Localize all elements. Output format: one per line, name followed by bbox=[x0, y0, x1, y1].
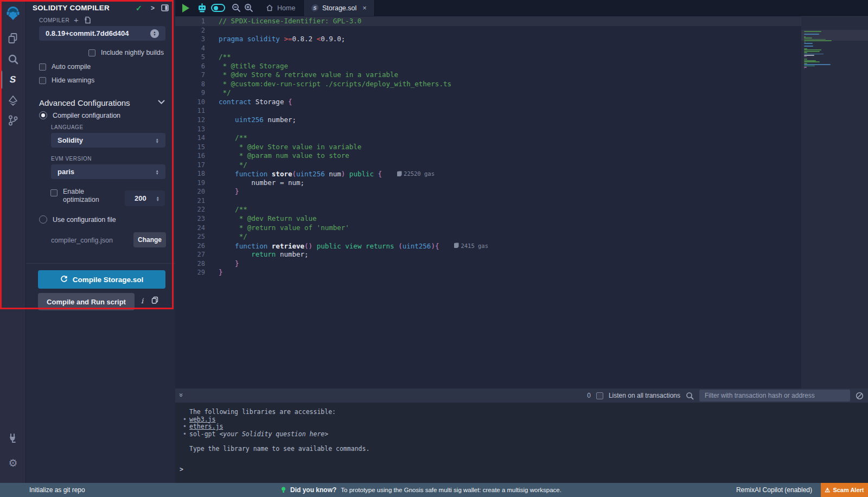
enable-optimization-checkbox[interactable] bbox=[50, 189, 58, 196]
listen-transactions-checkbox[interactable] bbox=[596, 392, 603, 399]
remix-logo-svg bbox=[5, 5, 21, 22]
compiler-version-select[interactable]: 0.8.19+commit.7dd6d404 ▲▼ bbox=[39, 26, 165, 41]
main-area: Home S Storage.sol × 1// SPDX-License-Id… bbox=[175, 0, 868, 483]
config-file-name: compiler_config.json bbox=[51, 237, 113, 244]
hide-warnings-row: Hide warnings bbox=[39, 77, 94, 84]
run-script-play-icon[interactable] bbox=[182, 0, 189, 16]
compiler-config-row: Compiler configuration bbox=[39, 111, 120, 119]
gas-estimate: 2415 gas bbox=[454, 241, 488, 251]
zoom-in-icon[interactable] bbox=[244, 0, 253, 16]
solidity-file-icon: S bbox=[311, 4, 319, 11]
tab-home[interactable]: Home bbox=[259, 0, 302, 16]
evm-version-value: paris bbox=[58, 168, 74, 176]
ai-copilot-robot-icon[interactable] bbox=[197, 0, 207, 16]
minimap-line bbox=[804, 34, 819, 35]
hide-warnings-checkbox[interactable] bbox=[39, 77, 46, 84]
minimap-line bbox=[804, 31, 821, 32]
gas-estimate: 22520 gas bbox=[397, 169, 435, 179]
code-line: 27 return number; bbox=[175, 250, 801, 259]
evm-version-select[interactable]: paris ▲▼ bbox=[51, 164, 165, 179]
terminal-line[interactable]: •ethers.js bbox=[175, 423, 868, 431]
terminal-line[interactable]: •web3.js bbox=[175, 416, 868, 424]
change-config-button[interactable]: Change bbox=[133, 232, 166, 247]
code-line: 3pragma solidity >=0.8.2 <0.9.0; bbox=[175, 35, 801, 44]
nightly-builds-row: Include nightly builds bbox=[88, 49, 164, 56]
language-select[interactable]: Solidity ▲▼ bbox=[51, 133, 165, 148]
use-config-file-radio[interactable] bbox=[39, 215, 47, 224]
search-icon[interactable] bbox=[0, 52, 26, 66]
git-init-status[interactable]: Initialize as git repo bbox=[29, 483, 85, 497]
panel-forward-icon[interactable]: > bbox=[151, 4, 155, 12]
file-explorer-icon[interactable] bbox=[0, 31, 26, 46]
tab-storage-sol[interactable]: S Storage.sol × bbox=[304, 0, 374, 16]
language-updown-icon: ▲▼ bbox=[156, 138, 159, 143]
icon-sidebar: S ⚙ bbox=[0, 0, 26, 497]
scam-alert-badge[interactable]: ⚠ Scam Alert bbox=[821, 483, 868, 497]
nightly-builds-checkbox[interactable] bbox=[88, 49, 95, 56]
git-icon[interactable] bbox=[0, 113, 26, 128]
code-line: 11 bbox=[175, 106, 801, 116]
advanced-chevron-down-icon[interactable] bbox=[158, 100, 165, 105]
remix-logo-icon[interactable] bbox=[0, 4, 26, 23]
advanced-configurations-title[interactable]: Advanced Configurations bbox=[39, 98, 130, 107]
tip-text: To prototype using the Gnosis safe multi… bbox=[341, 487, 561, 493]
evm-updown-icon: ▲▼ bbox=[156, 169, 159, 175]
tab-home-label: Home bbox=[277, 4, 295, 12]
transaction-filter-input[interactable]: Filter with transaction hash or address bbox=[699, 390, 850, 402]
enable-optimization-label: Enable optimization bbox=[63, 188, 108, 204]
code-line: 7 * @dev Store & retrieve value in a var… bbox=[175, 71, 801, 80]
terminal-output[interactable]: The following libraries are accessible:•… bbox=[175, 403, 868, 483]
compiler-config-radio[interactable] bbox=[39, 111, 47, 119]
compile-success-check-icon: ✓ bbox=[136, 4, 142, 12]
minimap-line bbox=[804, 49, 821, 50]
transaction-count-badge: 0 bbox=[587, 392, 591, 399]
language-value: Solidity bbox=[58, 136, 83, 144]
solidity-compiler-icon[interactable]: S bbox=[0, 72, 26, 88]
zoom-out-icon[interactable] bbox=[232, 0, 241, 16]
scam-alert-label: Scam Alert bbox=[833, 487, 864, 493]
terminal-controls: 0 Listen on all transactions Filter with… bbox=[587, 388, 868, 403]
deploy-run-icon[interactable] bbox=[0, 94, 26, 108]
code-editor[interactable]: 1// SPDX-License-Identifier: GPL-3.023pr… bbox=[175, 16, 868, 388]
code-line: 12 uint256 number; bbox=[175, 116, 801, 125]
collapse-terminal-icon[interactable]: » bbox=[177, 393, 186, 395]
listen-transactions-label: Listen on all transactions bbox=[609, 392, 680, 399]
pin-panel-icon[interactable] bbox=[161, 4, 169, 11]
tip-bold-text: Did you know? bbox=[290, 486, 336, 494]
clear-console-icon[interactable] bbox=[856, 392, 864, 400]
code-line: 6 * @title Storage bbox=[175, 62, 801, 71]
compile-button-label: Compile Storage.sol bbox=[73, 276, 144, 284]
tab-close-icon[interactable]: × bbox=[362, 4, 367, 12]
auto-compile-checkbox[interactable] bbox=[39, 63, 46, 71]
minimap-line bbox=[804, 55, 814, 56]
code-lines: 1// SPDX-License-Identifier: GPL-3.023pr… bbox=[175, 17, 801, 277]
minimap-line bbox=[804, 68, 805, 69]
minimap-line bbox=[804, 43, 813, 44]
compile-button[interactable]: Compile Storage.sol bbox=[38, 270, 165, 289]
copilot-toggle[interactable] bbox=[211, 0, 225, 16]
info-icon[interactable]: i bbox=[141, 297, 143, 305]
terminal-search-icon[interactable] bbox=[686, 392, 694, 400]
open-file-icon[interactable] bbox=[84, 16, 91, 24]
did-you-know-tip: Did you know? To prototype using the Gno… bbox=[281, 483, 561, 497]
code-line: 21 bbox=[175, 196, 801, 206]
optimization-runs-input[interactable]: 200 ▲▼ bbox=[125, 190, 165, 206]
library-link[interactable]: ethers.js bbox=[189, 423, 223, 430]
editor-topbar: Home S Storage.sol × bbox=[175, 0, 868, 16]
compile-and-run-button[interactable]: Compile and Run script bbox=[38, 293, 135, 310]
version-stepper-icon: ▲▼ bbox=[150, 29, 159, 38]
minimap[interactable] bbox=[801, 16, 868, 388]
warning-icon: ⚠ bbox=[825, 487, 831, 494]
settings-gear-icon[interactable]: ⚙ bbox=[0, 456, 26, 470]
optimization-row: Enable optimization bbox=[50, 188, 108, 204]
code-line: 13 bbox=[175, 125, 801, 134]
minimap-line bbox=[804, 46, 813, 47]
plugin-manager-icon[interactable] bbox=[0, 431, 26, 445]
home-icon bbox=[266, 4, 273, 11]
copilot-status[interactable]: RemixAI Copilot (enabled) bbox=[736, 483, 812, 497]
minimap-line bbox=[804, 64, 831, 65]
terminal-prompt[interactable]: > bbox=[180, 466, 183, 473]
add-compiler-icon[interactable]: + bbox=[74, 15, 79, 24]
copy-icon[interactable] bbox=[151, 296, 158, 304]
library-link[interactable]: web3.js bbox=[189, 416, 215, 423]
